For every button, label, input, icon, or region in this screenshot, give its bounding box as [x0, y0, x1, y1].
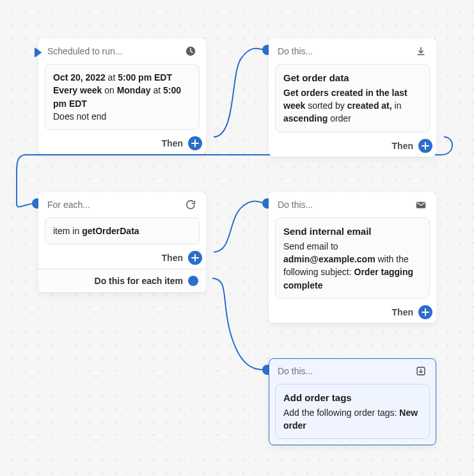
node-add-order-tags[interactable]: Do this... Add order tags Add the follow…	[269, 358, 436, 445]
action-title: Send internal email	[283, 225, 422, 239]
add-step-button[interactable]	[418, 139, 432, 153]
schedule-frequency: Every week	[53, 85, 102, 95]
card-header: Do this...	[269, 358, 436, 384]
foreach-footer: Do this for each item	[38, 269, 206, 292]
then-label: Then	[392, 141, 413, 151]
schedule-end: Does not end	[53, 110, 191, 123]
card-body: Add order tags Add the following order t…	[275, 384, 430, 439]
node-get-order-data[interactable]: Do this... Get order data Get orders cre…	[269, 38, 436, 157]
then-label: Then	[162, 138, 183, 148]
download-icon	[415, 45, 427, 58]
card-body: Get order data Get orders created in the…	[275, 64, 430, 132]
card-footer: Then	[38, 251, 206, 269]
foreach-footer-label: Do this for each item	[95, 276, 183, 286]
import-icon	[415, 365, 427, 377]
card-header: Scheduled to run...	[38, 38, 206, 64]
add-step-button[interactable]	[418, 305, 432, 319]
card-body: Send internal email Send email to admin@…	[275, 218, 430, 299]
schedule-day: Monday	[117, 85, 151, 95]
add-step-button[interactable]	[188, 136, 202, 150]
node-schedule[interactable]: Scheduled to run... Oct 20, 2022 at 5:00…	[38, 38, 206, 154]
card-body: Oct 20, 2022 at 5:00 pm EDT Every week o…	[45, 64, 200, 130]
schedule-date: Oct 20, 2022	[53, 72, 106, 83]
card-header-label: Do this...	[278, 200, 409, 210]
connector-dot	[188, 276, 198, 286]
card-header-label: Do this...	[278, 46, 409, 56]
schedule-time: 5:00 pm EDT	[118, 72, 172, 83]
card-header-label: Do this...	[278, 366, 409, 376]
card-header-label: Scheduled to run...	[47, 46, 179, 56]
card-body: item in getOrderData	[45, 218, 200, 244]
action-title: Get order data	[283, 71, 422, 85]
foreach-source: getOrderData	[82, 226, 139, 236]
card-footer: Then	[38, 136, 206, 154]
node-send-email[interactable]: Do this... Send internal email Send emai…	[269, 192, 436, 323]
card-header: Do this...	[269, 38, 436, 64]
card-header-label: For each...	[47, 200, 179, 210]
clock-icon	[184, 45, 197, 58]
then-label: Then	[162, 253, 183, 263]
node-for-each[interactable]: For each... item in getOrderData Then Do…	[38, 192, 206, 292]
refresh-icon	[184, 198, 197, 211]
mail-icon	[415, 198, 427, 211]
card-header: For each...	[38, 192, 206, 218]
card-footer: Then	[269, 305, 436, 323]
then-label: Then	[392, 307, 413, 317]
card-header: Do this...	[269, 192, 436, 218]
card-footer: Then	[269, 139, 436, 157]
action-title: Add order tags	[283, 391, 422, 405]
play-icon	[35, 47, 42, 58]
add-step-button[interactable]	[188, 251, 202, 265]
email-address: admin@example.com	[283, 254, 375, 264]
